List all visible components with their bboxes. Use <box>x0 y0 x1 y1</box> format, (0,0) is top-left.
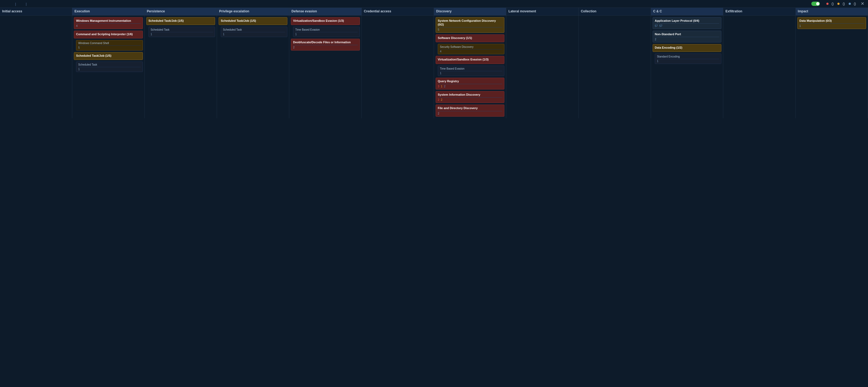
tactic-header-lateral-movement[interactable]: Lateral movement <box>506 8 579 15</box>
danger-count: () <box>831 2 834 6</box>
subtechnique-card-ssd[interactable]: Security Software Discovery4 <box>438 44 504 54</box>
tactic-header-impact[interactable]: Impact <box>796 8 868 15</box>
subtechnique-card-st-pers[interactable]: Scheduled Task1 <box>149 27 215 37</box>
technique-title: Windows Management Instrumentation <box>76 19 141 23</box>
count-a: 57 <box>655 25 658 27</box>
subtechnique-title: Scheduled Task <box>151 28 213 31</box>
count: 2 <box>293 46 294 49</box>
tactic-label: Collection <box>581 9 596 13</box>
technique-title: Deobfuscate/Decode Files or Information <box>293 40 358 44</box>
danger-dot <box>826 3 829 5</box>
subtechnique-card-tbe-disc[interactable]: Time Based Evasion1 <box>438 66 504 76</box>
tactic-label: C & C <box>653 9 662 13</box>
tactic-label: Defense evasion <box>291 9 317 13</box>
count: 2 <box>438 112 439 115</box>
subtechnique-count: 4 <box>440 49 502 53</box>
tactic-header-discovery[interactable]: Discovery <box>434 8 506 15</box>
technique-card-sncd[interactable]: System Network Configuration Discovery (… <box>436 17 504 33</box>
technique-column-initial-access <box>0 16 72 118</box>
subtechnique-card-st-exec[interactable]: Scheduled Task1 <box>76 62 143 72</box>
tactic-label: Credential access <box>364 9 391 13</box>
technique-card-sysinfo[interactable]: System Information Discovery 2 2 <box>436 91 504 103</box>
technique-card-filedir[interactable]: File and Directory Discovery2 <box>436 105 504 116</box>
top-bar: | | () () <box>0 0 868 8</box>
tactics-header: Initial accessExecutionPersistencePrivil… <box>0 8 868 16</box>
subtechnique-card-stenc[interactable]: Standard Encoding1 <box>655 54 721 64</box>
tactic-header-defense-evasion[interactable]: Defense evasion <box>289 8 362 15</box>
count-warning: 2 <box>441 98 443 101</box>
technique-card-virt-def[interactable]: Virtualization/Sandbox Evasion (1/3) <box>291 17 360 25</box>
technique-column-c-and-c: Application Layer Protocol (0/4) 57 57 N… <box>651 16 723 118</box>
count: 2 <box>655 38 656 41</box>
technique-card-wmi[interactable]: Windows Management Instrumentation4 <box>74 17 143 29</box>
count: 5 <box>438 28 439 31</box>
technique-card-qreg[interactable]: Query Registry 3 1 2 <box>436 78 504 89</box>
technique-column-privilege-escalation: Scheduled Task/Job (1/5)Scheduled Task1 <box>217 16 289 118</box>
tactic-header-c-and-c[interactable]: C & C <box>651 8 723 15</box>
technique-card-dataman[interactable]: Data Manipulation (0/3)1 <box>797 17 866 29</box>
matrix: Initial accessExecutionPersistencePrivil… <box>0 8 868 118</box>
tactic-header-privilege-escalation[interactable]: Privilege escalation <box>217 8 289 15</box>
technique-card-nsp[interactable]: Non-Standard Port2 <box>653 31 721 42</box>
legend: () () () <box>826 2 856 6</box>
all-tactics-toggle[interactable] <box>811 2 822 6</box>
technique-column-discovery: System Network Configuration Discovery (… <box>434 16 506 118</box>
technique-card-swdisc[interactable]: Software Discovery (1/1) <box>436 34 504 42</box>
tactic-label: Discovery <box>436 9 452 13</box>
technique-column-credential-access <box>362 16 434 118</box>
subtechnique-title: Time Based Evasion <box>440 67 502 70</box>
warning-count: () <box>842 2 845 6</box>
technique-card-stj-priv[interactable]: Scheduled Task/Job (1/5) <box>219 17 287 25</box>
technique-card-stj-pers[interactable]: Scheduled Task/Job (1/5) <box>146 17 215 25</box>
subtechnique-count: 1 <box>223 32 285 36</box>
tactic-header-initial-access[interactable]: Initial access <box>0 8 72 15</box>
other-count: () <box>853 2 856 6</box>
technique-column-exfiltration <box>723 16 796 118</box>
technique-title: Data Encoding (1/2) <box>655 46 719 50</box>
technique-title: Scheduled Task/Job (1/5) <box>76 54 141 58</box>
technique-title: System Information Discovery <box>438 93 502 96</box>
subtechnique-title: Security Software Discovery <box>440 45 502 49</box>
tactic-header-execution[interactable]: Execution <box>72 8 145 15</box>
toggle-switch[interactable] <box>811 2 820 6</box>
technique-title: Virtualization/Sandbox Evasion (1/3) <box>438 58 502 61</box>
count-b: 57 <box>659 25 662 27</box>
technique-card-denc[interactable]: Data Encoding (1/2) <box>653 44 721 52</box>
legend-danger: () <box>826 2 834 6</box>
technique-title: Scheduled Task/Job (1/5) <box>221 19 285 23</box>
tactic-header-exfiltration[interactable]: Exfiltration <box>723 8 796 15</box>
tactic-label: Exfiltration <box>725 9 742 13</box>
tactic-header-credential-access[interactable]: Credential access <box>362 8 434 15</box>
tactic-header-persistence[interactable]: Persistence <box>145 8 217 15</box>
subtechnique-card-st-priv[interactable]: Scheduled Task1 <box>221 27 287 37</box>
subtechnique-title: Windows Command Shell <box>78 41 141 45</box>
tactic-label: Persistence <box>147 9 165 13</box>
count-danger: 3 <box>438 85 439 88</box>
count-other: 2 <box>444 85 445 88</box>
subtechnique-title: Standard Encoding <box>657 55 719 58</box>
subtechnique-title: Scheduled Task <box>78 63 141 66</box>
tactic-header-collection[interactable]: Collection <box>579 8 651 15</box>
subtechnique-card-tbe-def[interactable]: Time Based Evasion1 <box>293 27 360 37</box>
subtechnique-count: 1 <box>440 71 502 75</box>
technique-title: System Network Configuration Discovery (… <box>438 19 502 27</box>
techniques-area: Windows Management Instrumentation4Comma… <box>0 16 868 118</box>
tactic-label: Privilege escalation <box>219 9 249 13</box>
technique-card-virt-disc[interactable]: Virtualization/Sandbox Evasion (1/3) <box>436 56 504 64</box>
technique-card-alp[interactable]: Application Layer Protocol (0/4) 57 57 <box>653 17 721 29</box>
subtechnique-count: 1 <box>657 59 719 63</box>
close-button[interactable]: ✕ <box>861 2 864 6</box>
technique-title: Command and Scripting Interpreter (1/6) <box>76 32 141 36</box>
technique-column-execution: Windows Management Instrumentation4Comma… <box>72 16 145 118</box>
technique-card-deob[interactable]: Deobfuscate/Decode Files or Information2 <box>291 39 360 51</box>
technique-card-csi[interactable]: Command and Scripting Interpreter (1/6) <box>74 31 143 38</box>
technique-card-stj-exec[interactable]: Scheduled Task/Job (1/5) <box>74 52 143 60</box>
tactic-label: Lateral movement <box>508 9 536 13</box>
subtechnique-title: Time Based Evasion <box>295 28 358 31</box>
count: 4 <box>76 25 78 27</box>
subtechnique-count: 1 <box>151 32 213 36</box>
technique-column-impact: Data Manipulation (0/3)1 <box>796 16 868 118</box>
subtechnique-card-wcs[interactable]: Windows Command Shell5 <box>76 40 143 51</box>
count-warning: 1 <box>441 85 443 88</box>
count: 1 <box>800 25 801 27</box>
